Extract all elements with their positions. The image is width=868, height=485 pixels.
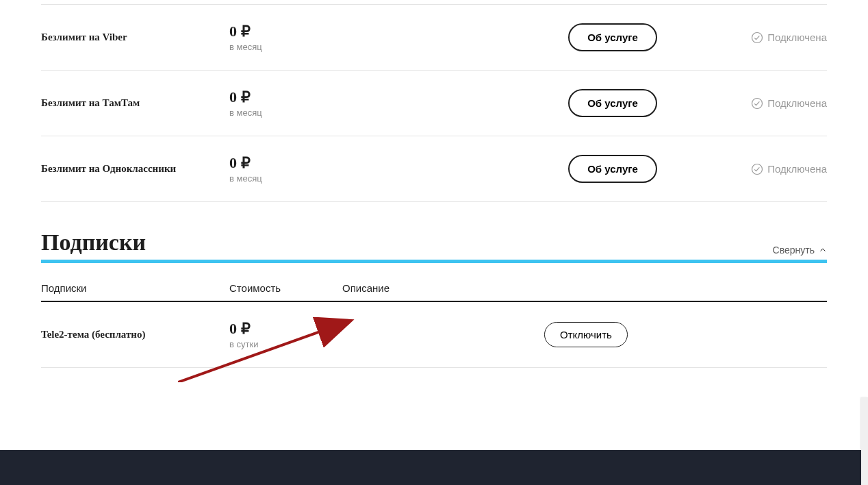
about-service-button[interactable]: Об услуге: [568, 23, 657, 51]
price-period: в сутки: [229, 339, 544, 349]
service-row: Безлимит на Viber 0 ₽ в месяц Об услуге …: [41, 4, 827, 71]
subscriptions-header: Подписки Свернуть: [41, 229, 827, 256]
price-period: в месяц: [229, 173, 558, 184]
status-badge: Подключена: [667, 163, 827, 175]
check-circle-icon: [751, 32, 763, 44]
status-text: Подключена: [767, 32, 827, 43]
col-header-name: Подписки: [41, 282, 229, 294]
collapse-label: Свернуть: [773, 245, 815, 256]
price-value: 0 ₽: [229, 88, 558, 106]
disable-button[interactable]: Отключить: [544, 322, 628, 347]
price-period: в месяц: [229, 42, 558, 52]
service-row: Безлимит на Одноклассники 0 ₽ в месяц Об…: [41, 136, 827, 202]
service-price-block: 0 ₽ в месяц: [229, 88, 558, 118]
price-value: 0 ₽: [229, 320, 544, 338]
col-header-desc: Описание: [342, 282, 827, 294]
collapse-toggle[interactable]: Свернуть: [773, 245, 827, 256]
section-title: Подписки: [41, 229, 146, 256]
svg-point-0: [752, 32, 763, 42]
svg-point-1: [752, 98, 763, 108]
subscription-price-block: 0 ₽ в сутки: [229, 320, 544, 349]
price-period: в месяц: [229, 108, 558, 118]
status-badge: Подключена: [667, 32, 827, 44]
check-circle-icon: [751, 163, 763, 175]
col-header-cost: Стоимость: [229, 282, 342, 294]
price-value: 0 ₽: [229, 23, 558, 40]
service-price-block: 0 ₽ в месяц: [229, 23, 558, 52]
service-name: Безлимит на Viber: [41, 32, 229, 43]
service-name: Безлимит на ТамТам: [41, 97, 229, 109]
chevron-up-icon: [819, 246, 827, 254]
subscription-name: Tele2-тема (бесплатно): [41, 329, 229, 340]
price-value: 0 ₽: [229, 154, 558, 172]
check-circle-icon: [751, 97, 763, 110]
service-price-block: 0 ₽ в месяц: [229, 154, 558, 184]
scrollbar-edge: [861, 397, 868, 485]
status-text: Подключена: [767, 163, 827, 175]
status-badge: Подключена: [667, 97, 827, 110]
about-service-button[interactable]: Об услуге: [568, 89, 657, 117]
svg-point-2: [752, 164, 763, 174]
subscription-row: Tele2-тема (бесплатно) 0 ₽ в сутки Отклю…: [41, 302, 827, 368]
service-row: Безлимит на ТамТам 0 ₽ в месяц Об услуге…: [41, 71, 827, 136]
page-footer: [0, 450, 868, 485]
about-service-button[interactable]: Об услуге: [568, 155, 657, 183]
status-text: Подключена: [767, 97, 827, 109]
service-name: Безлимит на Одноклассники: [41, 163, 229, 175]
subscriptions-columns: Подписки Стоимость Описание: [41, 263, 827, 302]
